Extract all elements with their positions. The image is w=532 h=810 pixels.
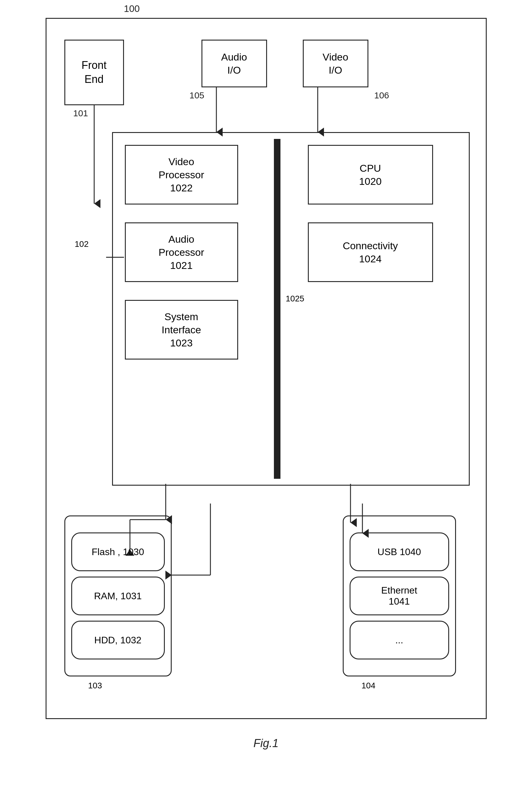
- ref-106-label: 106: [374, 90, 389, 100]
- front-end-label: FrontEnd: [81, 59, 106, 86]
- connectivity-box: Connectivity1024: [308, 222, 433, 282]
- system-interface-box: SystemInterface1023: [125, 300, 238, 359]
- front-end-box: FrontEnd: [64, 40, 124, 105]
- connectivity-group: USB 1040 Ethernet1041 ...: [343, 516, 456, 677]
- ref-103-label: 103: [88, 681, 102, 691]
- flash-label: Flash , 1030: [92, 547, 144, 557]
- figure-caption: Fig.1: [253, 737, 278, 750]
- hdd-item: HDD, 1032: [71, 621, 165, 660]
- bottom-section: Flash , 1030 RAM, 1031 HDD, 1032 103: [64, 504, 468, 694]
- ref-102-label: 102: [75, 239, 89, 249]
- soc-right-column: CPU1020 Connectivity1024: [308, 145, 457, 282]
- ref-104-label: 104: [362, 681, 376, 691]
- ethernet-label: Ethernet1041: [381, 585, 417, 607]
- ellipsis-item: ...: [350, 621, 449, 660]
- audio-processor-box: AudioProcessor1021: [125, 222, 238, 282]
- ref-105-label: 105: [189, 90, 204, 100]
- audio-processor-label: AudioProcessor1021: [159, 232, 204, 272]
- ram-label: RAM, 1031: [94, 590, 142, 602]
- cpu-label: CPU1020: [359, 162, 382, 188]
- usb-label: USB 1040: [378, 547, 421, 557]
- soc-divider: [274, 139, 280, 479]
- ref-1025-label: 1025: [286, 294, 304, 304]
- soc-box: 1025 VideoProcessor1022 AudioProcessor10…: [112, 132, 470, 486]
- hdd-label: HDD, 1032: [94, 635, 141, 646]
- top-row: FrontEnd 101 AudioI/O 105 VideoI/O 106: [64, 31, 468, 114]
- flash-item: Flash , 1030: [71, 532, 165, 571]
- outer-box: 100: [46, 18, 487, 719]
- usb-item: USB 1040: [350, 532, 449, 571]
- connectivity-label: Connectivity1024: [343, 239, 398, 265]
- video-processor-box: VideoProcessor1022: [125, 145, 238, 205]
- audio-io-box: AudioI/O: [201, 40, 267, 87]
- ellipsis-label: ...: [395, 635, 403, 646]
- ethernet-item: Ethernet1041: [350, 577, 449, 615]
- ram-item: RAM, 1031: [71, 577, 165, 615]
- video-io-label: VideoI/O: [322, 50, 348, 77]
- video-processor-label: VideoProcessor1022: [159, 155, 204, 195]
- audio-io-label: AudioI/O: [221, 50, 247, 77]
- system-interface-label: SystemInterface1023: [162, 310, 201, 350]
- diagram-wrapper: 100: [28, 18, 504, 750]
- ref-101-label: 101: [73, 108, 88, 118]
- ref-100-label: 100: [124, 3, 140, 14]
- soc-left-column: VideoProcessor1022 AudioProcessor1021 Sy…: [125, 145, 262, 359]
- memory-group: Flash , 1030 RAM, 1031 HDD, 1032: [64, 516, 172, 677]
- cpu-box: CPU1020: [308, 145, 433, 205]
- video-io-box: VideoI/O: [303, 40, 368, 87]
